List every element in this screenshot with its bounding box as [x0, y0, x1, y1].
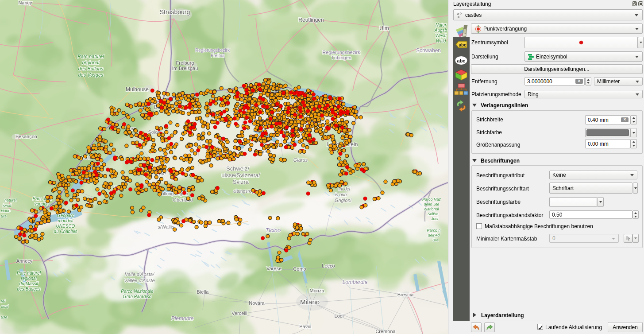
svg-text:régional: régional — [21, 276, 37, 281]
svg-text:Schwaben: Schwaben — [416, 47, 441, 54]
svg-text:Milano: Milano — [300, 298, 320, 306]
svg-text:régional: régional — [82, 60, 100, 65]
svg-text:Haut-: Haut- — [1, 209, 11, 213]
svg-text:Géoparc: Géoparc — [57, 213, 74, 218]
svg-text:Reutlingen: Reutlingen — [298, 17, 324, 23]
svg-text:Como: Como — [293, 266, 306, 272]
svg-text:ura: ura — [1, 214, 7, 218]
svg-text:Lombardia: Lombardia — [343, 279, 368, 285]
svg-text:Jucl: Jucl — [431, 217, 439, 221]
svg-text:Ulm: Ulm — [379, 25, 389, 31]
svg-text:Wald: Wald — [436, 39, 446, 43]
svg-text:Vercelli: Vercelli — [231, 311, 247, 316]
svg-text:Brescia: Brescia — [397, 292, 414, 297]
svg-text:Freiburg: Freiburg — [176, 60, 194, 66]
svg-text:onal: onal — [1, 304, 9, 309]
svg-text:Besançon: Besançon — [15, 134, 37, 139]
svg-text:Novara: Novara — [249, 300, 265, 306]
svg-text:Tübingen: Tübingen — [331, 55, 351, 60]
svg-text:National: National — [424, 207, 439, 211]
svg-text:Grigioni: Grigioni — [335, 198, 351, 203]
svg-text:uisse/Svizzera/: uisse/Svizzera/ — [221, 172, 260, 179]
svg-text:is oun: is oun — [335, 192, 347, 197]
svg-text:Regierungsbezirk: Regierungsbezirk — [322, 50, 360, 55]
svg-text:Parc naturel: Parc naturel — [17, 271, 41, 276]
svg-text:rel: rel — [1, 299, 6, 303]
svg-text:Bre: Bre — [432, 238, 439, 242]
svg-text:des Vosges: des Vosges — [78, 72, 104, 78]
svg-text:dello Ste: dello Ste — [424, 202, 439, 206]
svg-text:du Massif: du Massif — [19, 281, 39, 286]
svg-text:use: use — [1, 315, 8, 319]
svg-text:Im Breisgau: Im Breisgau — [172, 66, 198, 71]
svg-text:Parc naturel: Parc naturel — [77, 54, 104, 59]
svg-text:abc: abc — [457, 58, 466, 63]
svg-text:des Bauges: des Bauges — [17, 287, 41, 291]
svg-text:naturel: naturel — [4, 198, 17, 202]
svg-text:Piemonte: Piemonte — [171, 315, 194, 322]
svg-text:Lecco: Lecco — [322, 263, 335, 268]
svg-text:Schweiz/: Schweiz/ — [226, 165, 249, 172]
svg-text:Westl: Westl — [436, 33, 447, 38]
svg-text:Freibur: Freibur — [211, 53, 225, 58]
svg-text:Stilfse: Stilfse — [428, 212, 439, 216]
svg-text:des Ballons: des Ballons — [78, 66, 104, 71]
svg-text:Mulhouse: Mulhouse — [126, 86, 149, 93]
svg-text:Augsb: Augsb — [434, 28, 447, 33]
svg-text:Gran Paradiso: Gran Paradiso — [123, 294, 152, 299]
svg-text:du Chablais: du Chablais — [54, 229, 77, 234]
svg-text:Vallée d'Aoste: Vallée d'Aoste — [124, 278, 155, 283]
svg-text:Varese: Varese — [266, 266, 282, 271]
svg-text:Biella: Biella — [197, 289, 209, 295]
svg-text:Annecy: Annecy — [16, 258, 33, 264]
svg-text:Nancy: Nancy — [18, 0, 32, 5]
svg-text:abc: abc — [459, 43, 467, 47]
svg-text:UNESCO: UNESCO — [56, 224, 75, 229]
svg-text:ional: ional — [3, 203, 12, 208]
svg-text:Pavia: Pavia — [299, 324, 312, 329]
svg-text:Parco n: Parco n — [427, 228, 440, 233]
svg-text:Cremona: Cremona — [375, 329, 396, 334]
svg-text:Svizra: Svizra — [233, 179, 249, 185]
svg-text:mondial: mondial — [58, 218, 73, 223]
svg-text:Strasbourg: Strasbourg — [160, 8, 190, 16]
svg-text:Ticino: Ticino — [266, 227, 281, 233]
svg-text:Monza: Monza — [309, 288, 324, 293]
svg-text:Parco Naz: Parco Naz — [422, 197, 441, 202]
svg-text:Parco Nazionale: Parco Nazionale — [121, 289, 154, 294]
svg-text:s/Wallis: s/Wallis — [158, 224, 174, 229]
svg-text:Natur: Natur — [436, 23, 447, 27]
svg-text:Valle d'Aosta/: Valle d'Aosta/ — [125, 272, 154, 277]
svg-text:Lodi: Lodi — [335, 313, 344, 318]
svg-text:Regierungsbezirk: Regierungsbezirk — [195, 48, 230, 53]
svg-text:dell'Ad: dell'Ad — [428, 233, 440, 237]
svg-text:Glarus: Glarus — [293, 157, 308, 163]
